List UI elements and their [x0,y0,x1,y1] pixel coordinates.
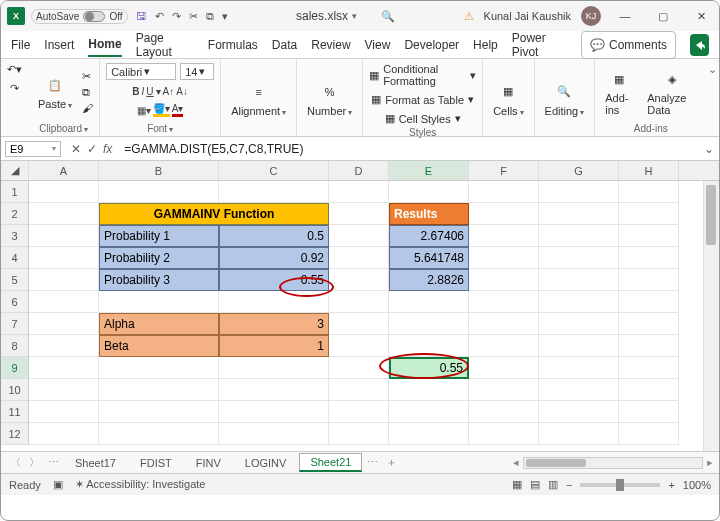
alignment-button[interactable]: ≡Alignment [227,81,290,117]
undo-icon[interactable]: ↶ [155,10,164,23]
font-color-button[interactable]: A▾ [172,103,184,117]
border-button[interactable]: ▦▾ [137,105,151,116]
tab-view[interactable]: View [365,34,391,56]
sheet-tab-loginv[interactable]: LOGINV [234,454,298,472]
cell-B4[interactable]: Probability 2 [99,247,219,269]
name-box[interactable]: E9▾ [5,141,61,157]
enter-formula-icon[interactable]: ✓ [87,142,97,156]
maximize-icon[interactable]: ▢ [649,10,677,23]
sheet-nav-prev-icon[interactable]: 〈 [7,455,24,470]
formula-input[interactable]: =GAMMA.DIST(E5,C7,C8,TRUE) [118,142,699,156]
underline-button[interactable]: U [146,86,153,97]
sheet-tab-more-icon[interactable]: ⋯ [364,456,381,469]
autosave-toggle[interactable]: AutoSave Off [31,9,128,24]
tab-help[interactable]: Help [473,34,498,56]
row-header-10[interactable]: 10 [1,379,28,401]
increase-font-button[interactable]: A↑ [163,86,175,97]
tab-file[interactable]: File [11,34,30,56]
zoom-in-icon[interactable]: + [668,479,674,491]
cell-B8[interactable]: Beta [99,335,219,357]
tab-formulas[interactable]: Formulas [208,34,258,56]
search-icon[interactable]: 🔍 [381,10,395,23]
italic-button[interactable]: I [142,86,145,97]
close-icon[interactable]: ✕ [687,10,715,23]
cell-E9[interactable]: 0.55 [389,357,469,379]
select-all-corner[interactable]: ◢ [1,161,29,180]
cell-E2[interactable]: Results [389,203,469,225]
font-family-select[interactable]: Calibri▾ [106,63,176,80]
cell-styles-button[interactable]: ▦ Cell Styles ▾ [385,112,461,125]
row-header-3[interactable]: 3 [1,225,28,247]
analyze-data-button[interactable]: ◈Analyze Data [643,68,700,116]
vertical-scrollbar[interactable] [703,181,719,451]
cell-B5[interactable]: Probability 3 [99,269,219,291]
cell-E5[interactable]: 2.8826 [389,269,469,291]
cell-C7[interactable]: 3 [219,313,329,335]
cell-C8[interactable]: 1 [219,335,329,357]
row-header-5[interactable]: 5 [1,269,28,291]
save-icon[interactable]: 🖫 [136,10,147,22]
conditional-formatting-button[interactable]: ▦ Conditional Formatting ▾ [369,63,476,87]
format-as-table-button[interactable]: ▦ Format as Table ▾ [371,93,474,106]
spreadsheet-grid[interactable]: ◢ A B C D E F G H 1 2 3 4 5 6 7 8 9 10 1… [1,161,719,451]
expand-formula-bar-icon[interactable]: ⌄ [699,142,719,156]
col-header-C[interactable]: C [219,161,329,180]
zoom-slider[interactable] [580,483,660,487]
fill-color-button[interactable]: 🪣▾ [153,103,170,117]
share-button[interactable] [690,34,709,56]
sheet-nav-next-icon[interactable]: 〉 [26,455,43,470]
avatar[interactable]: KJ [581,6,601,26]
horizontal-scrollbar[interactable]: ◂ ▸ [402,456,713,469]
cell-B7[interactable]: Alpha [99,313,219,335]
cell-C5[interactable]: 0.55 [219,269,329,291]
minimize-icon[interactable]: — [611,10,639,22]
accessibility-status[interactable]: ✶ Accessibility: Investigate [75,478,206,491]
decrease-font-button[interactable]: A↓ [176,86,188,97]
view-page-break-icon[interactable]: ▥ [548,478,558,491]
tab-review[interactable]: Review [311,34,350,56]
cells-button[interactable]: ▦Cells [489,81,527,117]
cell-E4[interactable]: 5.641748 [389,247,469,269]
font-label[interactable]: Font [147,123,173,134]
row-header-8[interactable]: 8 [1,335,28,357]
redo-button[interactable]: ↷ [10,82,19,95]
col-header-B[interactable]: B [99,161,219,180]
tab-developer[interactable]: Developer [404,34,459,56]
addins-button[interactable]: ▦Add-ins [601,68,637,116]
row-header-9[interactable]: 9 [1,357,28,379]
sheet-tab-sheet17[interactable]: Sheet17 [64,454,127,472]
cell-C4[interactable]: 0.92 [219,247,329,269]
collapse-ribbon-icon[interactable]: ⌄ [706,59,719,136]
redo-icon[interactable]: ↷ [172,10,181,23]
row-header-12[interactable]: 12 [1,423,28,445]
copy-button[interactable]: ⧉ [82,86,93,99]
cell-C3[interactable]: 0.5 [219,225,329,247]
sheet-nav-more-icon[interactable]: ⋯ [45,456,62,469]
row-header-2[interactable]: 2 [1,203,28,225]
tab-insert[interactable]: Insert [44,34,74,56]
number-button[interactable]: %Number [303,81,356,117]
sheet-tab-sheet21[interactable]: Sheet21 [299,453,362,472]
fx-icon[interactable]: fx [103,142,112,156]
col-header-A[interactable]: A [29,161,99,180]
col-header-D[interactable]: D [329,161,389,180]
cells-area[interactable]: GAMMAINV Function Results Probability 1 … [29,181,679,445]
tab-home[interactable]: Home [88,33,121,57]
filename-dropdown-icon[interactable]: ▾ [352,11,357,21]
row-header-11[interactable]: 11 [1,401,28,423]
col-header-G[interactable]: G [539,161,619,180]
row-header-6[interactable]: 6 [1,291,28,313]
macro-recorder-icon[interactable]: ▣ [53,478,63,491]
tab-data[interactable]: Data [272,34,297,56]
sheet-tab-finv[interactable]: FINV [185,454,232,472]
row-header-7[interactable]: 7 [1,313,28,335]
bold-button[interactable]: B [132,86,139,97]
zoom-level[interactable]: 100% [683,479,711,491]
cut-icon[interactable]: ✂ [189,10,198,23]
comments-button[interactable]: 💬 Comments [581,31,676,59]
font-size-select[interactable]: 14▾ [180,63,214,80]
view-page-layout-icon[interactable]: ▤ [530,478,540,491]
undo-button[interactable]: ↶▾ [7,63,22,76]
zoom-out-icon[interactable]: − [566,479,572,491]
user-name[interactable]: Kunal Jai Kaushik [484,10,571,22]
